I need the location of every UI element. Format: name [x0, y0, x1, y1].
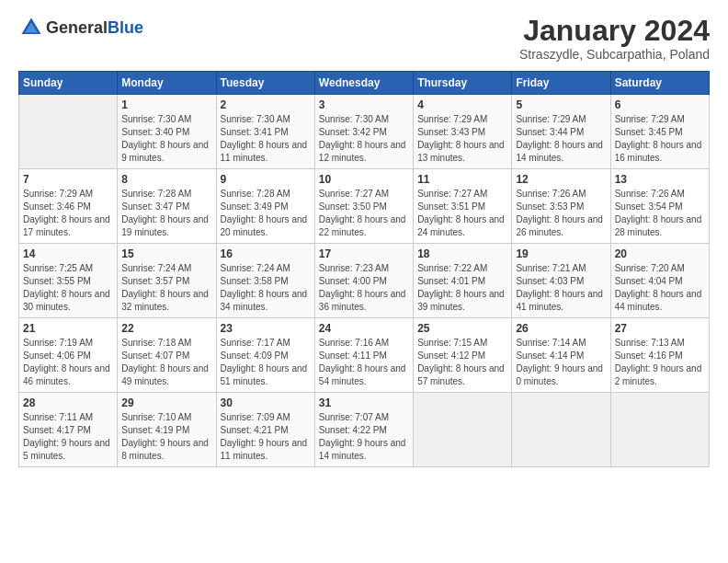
- calendar-cell: 28 Sunrise: 7:11 AMSunset: 4:17 PMDaylig…: [19, 393, 118, 467]
- day-info: Sunrise: 7:11 AMSunset: 4:17 PMDaylight:…: [23, 412, 110, 461]
- day-info: Sunrise: 7:19 AMSunset: 4:06 PMDaylight:…: [23, 338, 110, 386]
- calendar-cell: 12 Sunrise: 7:26 AMSunset: 3:53 PMDaylig…: [512, 169, 610, 244]
- day-number: 6: [615, 98, 705, 111]
- calendar-cell: 8 Sunrise: 7:28 AMSunset: 3:47 PMDayligh…: [118, 169, 216, 244]
- calendar-cell: 20 Sunrise: 7:20 AMSunset: 4:04 PMDaylig…: [610, 244, 709, 318]
- col-wednesday: Wednesday: [314, 72, 413, 95]
- calendar-week-0: 1 Sunrise: 7:30 AMSunset: 3:40 PMDayligh…: [19, 95, 710, 169]
- calendar-cell: 3 Sunrise: 7:30 AMSunset: 3:42 PMDayligh…: [314, 95, 413, 169]
- day-number: 27: [615, 322, 705, 335]
- day-info: Sunrise: 7:25 AMSunset: 3:55 PMDaylight:…: [23, 263, 110, 312]
- calendar-week-2: 14 Sunrise: 7:25 AMSunset: 3:55 PMDaylig…: [19, 244, 710, 318]
- calendar-cell: [610, 393, 709, 467]
- calendar-cell: 1 Sunrise: 7:30 AMSunset: 3:40 PMDayligh…: [118, 95, 216, 169]
- day-info: Sunrise: 7:14 AMSunset: 4:14 PMDaylight:…: [516, 338, 603, 386]
- day-info: Sunrise: 7:24 AMSunset: 3:57 PMDaylight:…: [121, 263, 209, 312]
- day-number: 20: [615, 247, 705, 260]
- day-number: 14: [23, 247, 113, 260]
- day-number: 1: [121, 98, 211, 111]
- calendar-cell: 30 Sunrise: 7:09 AMSunset: 4:21 PMDaylig…: [216, 393, 314, 467]
- calendar-cell: 22 Sunrise: 7:18 AMSunset: 4:07 PMDaylig…: [118, 318, 216, 393]
- col-friday: Friday: [512, 72, 610, 95]
- calendar-cell: 5 Sunrise: 7:29 AMSunset: 3:44 PMDayligh…: [512, 95, 610, 169]
- calendar-cell: 23 Sunrise: 7:17 AMSunset: 4:09 PMDaylig…: [216, 318, 314, 393]
- month-title: January 2024: [519, 15, 710, 47]
- day-info: Sunrise: 7:26 AMSunset: 3:53 PMDaylight:…: [516, 189, 603, 237]
- day-info: Sunrise: 7:23 AMSunset: 4:00 PMDaylight:…: [319, 263, 406, 312]
- day-number: 11: [417, 173, 507, 186]
- calendar-cell: 24 Sunrise: 7:16 AMSunset: 4:11 PMDaylig…: [314, 318, 413, 393]
- calendar-table: Sunday Monday Tuesday Wednesday Thursday…: [18, 71, 710, 467]
- day-number: 16: [221, 247, 311, 260]
- calendar-cell: 9 Sunrise: 7:28 AMSunset: 3:49 PMDayligh…: [216, 169, 314, 244]
- calendar-cell: [512, 393, 610, 467]
- day-info: Sunrise: 7:13 AMSunset: 4:16 PMDaylight:…: [615, 338, 702, 386]
- calendar-body: 1 Sunrise: 7:30 AMSunset: 3:40 PMDayligh…: [19, 95, 710, 467]
- day-info: Sunrise: 7:28 AMSunset: 3:47 PMDaylight:…: [121, 189, 209, 237]
- calendar-cell: 19 Sunrise: 7:21 AMSunset: 4:03 PMDaylig…: [512, 244, 610, 318]
- calendar-cell: 16 Sunrise: 7:24 AMSunset: 3:58 PMDaylig…: [216, 244, 314, 318]
- day-info: Sunrise: 7:09 AMSunset: 4:21 PMDaylight:…: [221, 412, 308, 461]
- calendar-cell: 4 Sunrise: 7:29 AMSunset: 3:43 PMDayligh…: [414, 95, 512, 169]
- day-info: Sunrise: 7:29 AMSunset: 3:43 PMDaylight:…: [417, 114, 505, 163]
- col-thursday: Thursday: [414, 72, 512, 95]
- day-number: 4: [417, 98, 507, 111]
- day-info: Sunrise: 7:15 AMSunset: 4:12 PMDaylight:…: [417, 338, 505, 386]
- calendar-cell: 25 Sunrise: 7:15 AMSunset: 4:12 PMDaylig…: [414, 318, 512, 393]
- day-info: Sunrise: 7:10 AMSunset: 4:19 PMDaylight:…: [121, 412, 209, 461]
- day-info: Sunrise: 7:28 AMSunset: 3:49 PMDaylight:…: [221, 189, 308, 237]
- day-number: 25: [417, 322, 507, 335]
- header-row: Sunday Monday Tuesday Wednesday Thursday…: [19, 72, 710, 95]
- day-info: Sunrise: 7:29 AMSunset: 3:46 PMDaylight:…: [23, 189, 110, 237]
- calendar-cell: 17 Sunrise: 7:23 AMSunset: 4:00 PMDaylig…: [314, 244, 413, 318]
- day-number: 23: [221, 322, 311, 335]
- day-number: 3: [319, 98, 409, 111]
- day-number: 8: [121, 173, 211, 186]
- day-number: 22: [121, 322, 211, 335]
- day-info: Sunrise: 7:29 AMSunset: 3:44 PMDaylight:…: [516, 114, 603, 163]
- logo-blue: Blue: [108, 18, 143, 37]
- calendar-cell: 6 Sunrise: 7:29 AMSunset: 3:45 PMDayligh…: [610, 95, 709, 169]
- day-number: 21: [23, 322, 113, 335]
- day-number: 7: [23, 173, 113, 186]
- day-info: Sunrise: 7:27 AMSunset: 3:50 PMDaylight:…: [319, 189, 406, 237]
- day-info: Sunrise: 7:07 AMSunset: 4:22 PMDaylight:…: [319, 412, 406, 461]
- logo: GeneralBlue: [18, 15, 143, 40]
- calendar-cell: 29 Sunrise: 7:10 AMSunset: 4:19 PMDaylig…: [118, 393, 216, 467]
- calendar-cell: 18 Sunrise: 7:22 AMSunset: 4:01 PMDaylig…: [414, 244, 512, 318]
- logo-icon: [18, 15, 44, 40]
- day-number: 19: [516, 247, 606, 260]
- calendar-week-4: 28 Sunrise: 7:11 AMSunset: 4:17 PMDaylig…: [19, 393, 710, 467]
- day-info: Sunrise: 7:18 AMSunset: 4:07 PMDaylight:…: [121, 338, 209, 386]
- day-info: Sunrise: 7:20 AMSunset: 4:04 PMDaylight:…: [615, 263, 702, 312]
- calendar-cell: 15 Sunrise: 7:24 AMSunset: 3:57 PMDaylig…: [118, 244, 216, 318]
- page-container: GeneralBlue January 2024 Straszydle, Sub…: [0, 0, 728, 477]
- calendar-cell: 31 Sunrise: 7:07 AMSunset: 4:22 PMDaylig…: [314, 393, 413, 467]
- day-info: Sunrise: 7:21 AMSunset: 4:03 PMDaylight:…: [516, 263, 603, 312]
- day-info: Sunrise: 7:17 AMSunset: 4:09 PMDaylight:…: [221, 338, 308, 386]
- calendar-cell: 10 Sunrise: 7:27 AMSunset: 3:50 PMDaylig…: [314, 169, 413, 244]
- day-number: 29: [121, 396, 211, 409]
- day-info: Sunrise: 7:30 AMSunset: 3:41 PMDaylight:…: [221, 114, 308, 163]
- day-number: 10: [319, 173, 409, 186]
- calendar-cell: 2 Sunrise: 7:30 AMSunset: 3:41 PMDayligh…: [216, 95, 314, 169]
- calendar-cell: 13 Sunrise: 7:26 AMSunset: 3:54 PMDaylig…: [610, 169, 709, 244]
- calendar-cell: [19, 95, 118, 169]
- day-info: Sunrise: 7:16 AMSunset: 4:11 PMDaylight:…: [319, 338, 406, 386]
- calendar-cell: 7 Sunrise: 7:29 AMSunset: 3:46 PMDayligh…: [19, 169, 118, 244]
- day-info: Sunrise: 7:30 AMSunset: 3:42 PMDaylight:…: [319, 114, 406, 163]
- calendar-week-1: 7 Sunrise: 7:29 AMSunset: 3:46 PMDayligh…: [19, 169, 710, 244]
- title-section: January 2024 Straszydle, Subcarpathia, P…: [519, 15, 710, 62]
- day-number: 28: [23, 396, 113, 409]
- day-number: 2: [221, 98, 311, 111]
- location: Straszydle, Subcarpathia, Poland: [519, 47, 710, 62]
- day-number: 12: [516, 173, 606, 186]
- day-info: Sunrise: 7:30 AMSunset: 3:40 PMDaylight:…: [121, 114, 209, 163]
- day-number: 13: [615, 173, 705, 186]
- calendar-cell: 26 Sunrise: 7:14 AMSunset: 4:14 PMDaylig…: [512, 318, 610, 393]
- day-info: Sunrise: 7:26 AMSunset: 3:54 PMDaylight:…: [615, 189, 702, 237]
- calendar-cell: 21 Sunrise: 7:19 AMSunset: 4:06 PMDaylig…: [19, 318, 118, 393]
- day-number: 30: [221, 396, 311, 409]
- col-saturday: Saturday: [610, 72, 709, 95]
- header: GeneralBlue January 2024 Straszydle, Sub…: [18, 15, 710, 62]
